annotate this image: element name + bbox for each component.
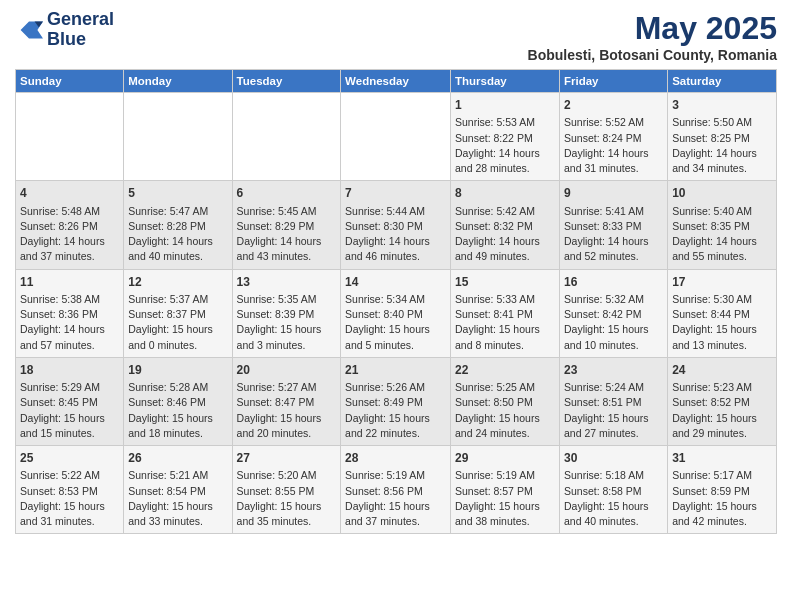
daylight-text: and 13 minutes. — [672, 338, 772, 353]
logo-icon — [15, 16, 43, 44]
day-number: 4 — [20, 185, 119, 202]
sunset-text: Sunset: 8:37 PM — [128, 307, 227, 322]
day-number: 5 — [128, 185, 227, 202]
day-cell: 20Sunrise: 5:27 AMSunset: 8:47 PMDayligh… — [232, 357, 341, 445]
sunset-text: Sunset: 8:30 PM — [345, 219, 446, 234]
day-cell: 18Sunrise: 5:29 AMSunset: 8:45 PMDayligh… — [16, 357, 124, 445]
daylight-text: Daylight: 15 hours — [20, 499, 119, 514]
day-number: 10 — [672, 185, 772, 202]
sunrise-text: Sunrise: 5:41 AM — [564, 204, 663, 219]
daylight-text: and 49 minutes. — [455, 249, 555, 264]
day-number: 7 — [345, 185, 446, 202]
daylight-text: and 0 minutes. — [128, 338, 227, 353]
sunset-text: Sunset: 8:58 PM — [564, 484, 663, 499]
day-number: 23 — [564, 362, 663, 379]
day-number: 30 — [564, 450, 663, 467]
sunrise-text: Sunrise: 5:21 AM — [128, 468, 227, 483]
col-header-saturday: Saturday — [668, 70, 777, 93]
daylight-text: and 8 minutes. — [455, 338, 555, 353]
sunset-text: Sunset: 8:41 PM — [455, 307, 555, 322]
sunset-text: Sunset: 8:33 PM — [564, 219, 663, 234]
day-number: 19 — [128, 362, 227, 379]
daylight-text: Daylight: 14 hours — [672, 234, 772, 249]
day-cell: 6Sunrise: 5:45 AMSunset: 8:29 PMDaylight… — [232, 181, 341, 269]
daylight-text: Daylight: 14 hours — [128, 234, 227, 249]
day-number: 9 — [564, 185, 663, 202]
daylight-text: and 15 minutes. — [20, 426, 119, 441]
sunrise-text: Sunrise: 5:53 AM — [455, 115, 555, 130]
day-cell — [232, 93, 341, 181]
day-cell: 3Sunrise: 5:50 AMSunset: 8:25 PMDaylight… — [668, 93, 777, 181]
sunrise-text: Sunrise: 5:18 AM — [564, 468, 663, 483]
day-number: 11 — [20, 274, 119, 291]
daylight-text: Daylight: 14 hours — [20, 322, 119, 337]
daylight-text: and 29 minutes. — [672, 426, 772, 441]
daylight-text: Daylight: 15 hours — [237, 411, 337, 426]
sunset-text: Sunset: 8:59 PM — [672, 484, 772, 499]
sunrise-text: Sunrise: 5:42 AM — [455, 204, 555, 219]
daylight-text: and 5 minutes. — [345, 338, 446, 353]
daylight-text: Daylight: 15 hours — [345, 322, 446, 337]
day-number: 31 — [672, 450, 772, 467]
daylight-text: and 22 minutes. — [345, 426, 446, 441]
sunset-text: Sunset: 8:57 PM — [455, 484, 555, 499]
daylight-text: Daylight: 14 hours — [455, 146, 555, 161]
logo-text: General Blue — [47, 10, 114, 50]
daylight-text: Daylight: 15 hours — [564, 411, 663, 426]
sunset-text: Sunset: 8:42 PM — [564, 307, 663, 322]
col-header-monday: Monday — [124, 70, 232, 93]
col-header-friday: Friday — [559, 70, 667, 93]
daylight-text: and 34 minutes. — [672, 161, 772, 176]
day-cell: 11Sunrise: 5:38 AMSunset: 8:36 PMDayligh… — [16, 269, 124, 357]
daylight-text: and 37 minutes. — [345, 514, 446, 529]
logo-line2: Blue — [47, 30, 114, 50]
daylight-text: Daylight: 14 hours — [455, 234, 555, 249]
day-number: 28 — [345, 450, 446, 467]
day-number: 8 — [455, 185, 555, 202]
sunrise-text: Sunrise: 5:23 AM — [672, 380, 772, 395]
daylight-text: and 38 minutes. — [455, 514, 555, 529]
day-number: 17 — [672, 274, 772, 291]
sunrise-text: Sunrise: 5:44 AM — [345, 204, 446, 219]
day-cell: 1Sunrise: 5:53 AMSunset: 8:22 PMDaylight… — [451, 93, 560, 181]
col-header-thursday: Thursday — [451, 70, 560, 93]
sunset-text: Sunset: 8:50 PM — [455, 395, 555, 410]
sunrise-text: Sunrise: 5:37 AM — [128, 292, 227, 307]
day-cell: 15Sunrise: 5:33 AMSunset: 8:41 PMDayligh… — [451, 269, 560, 357]
sunrise-text: Sunrise: 5:19 AM — [345, 468, 446, 483]
sunset-text: Sunset: 8:32 PM — [455, 219, 555, 234]
calendar-table: SundayMondayTuesdayWednesdayThursdayFrid… — [15, 69, 777, 534]
day-cell: 9Sunrise: 5:41 AMSunset: 8:33 PMDaylight… — [559, 181, 667, 269]
week-row-5: 25Sunrise: 5:22 AMSunset: 8:53 PMDayligh… — [16, 446, 777, 534]
day-cell: 2Sunrise: 5:52 AMSunset: 8:24 PMDaylight… — [559, 93, 667, 181]
daylight-text: Daylight: 14 hours — [20, 234, 119, 249]
daylight-text: and 31 minutes. — [564, 161, 663, 176]
sunset-text: Sunset: 8:22 PM — [455, 131, 555, 146]
sunset-text: Sunset: 8:52 PM — [672, 395, 772, 410]
daylight-text: and 28 minutes. — [455, 161, 555, 176]
sunrise-text: Sunrise: 5:32 AM — [564, 292, 663, 307]
col-header-tuesday: Tuesday — [232, 70, 341, 93]
day-cell: 4Sunrise: 5:48 AMSunset: 8:26 PMDaylight… — [16, 181, 124, 269]
sunrise-text: Sunrise: 5:38 AM — [20, 292, 119, 307]
sunset-text: Sunset: 8:49 PM — [345, 395, 446, 410]
day-cell: 22Sunrise: 5:25 AMSunset: 8:50 PMDayligh… — [451, 357, 560, 445]
daylight-text: Daylight: 15 hours — [20, 411, 119, 426]
daylight-text: and 31 minutes. — [20, 514, 119, 529]
daylight-text: Daylight: 14 hours — [345, 234, 446, 249]
sunrise-text: Sunrise: 5:45 AM — [237, 204, 337, 219]
month-title: May 2025 — [528, 10, 777, 47]
day-number: 25 — [20, 450, 119, 467]
daylight-text: Daylight: 15 hours — [564, 322, 663, 337]
day-cell: 30Sunrise: 5:18 AMSunset: 8:58 PMDayligh… — [559, 446, 667, 534]
col-header-wednesday: Wednesday — [341, 70, 451, 93]
daylight-text: and 10 minutes. — [564, 338, 663, 353]
daylight-text: Daylight: 15 hours — [237, 322, 337, 337]
daylight-text: Daylight: 14 hours — [237, 234, 337, 249]
sunset-text: Sunset: 8:47 PM — [237, 395, 337, 410]
sunset-text: Sunset: 8:24 PM — [564, 131, 663, 146]
day-cell — [16, 93, 124, 181]
week-row-3: 11Sunrise: 5:38 AMSunset: 8:36 PMDayligh… — [16, 269, 777, 357]
daylight-text: Daylight: 15 hours — [455, 411, 555, 426]
day-cell: 8Sunrise: 5:42 AMSunset: 8:32 PMDaylight… — [451, 181, 560, 269]
